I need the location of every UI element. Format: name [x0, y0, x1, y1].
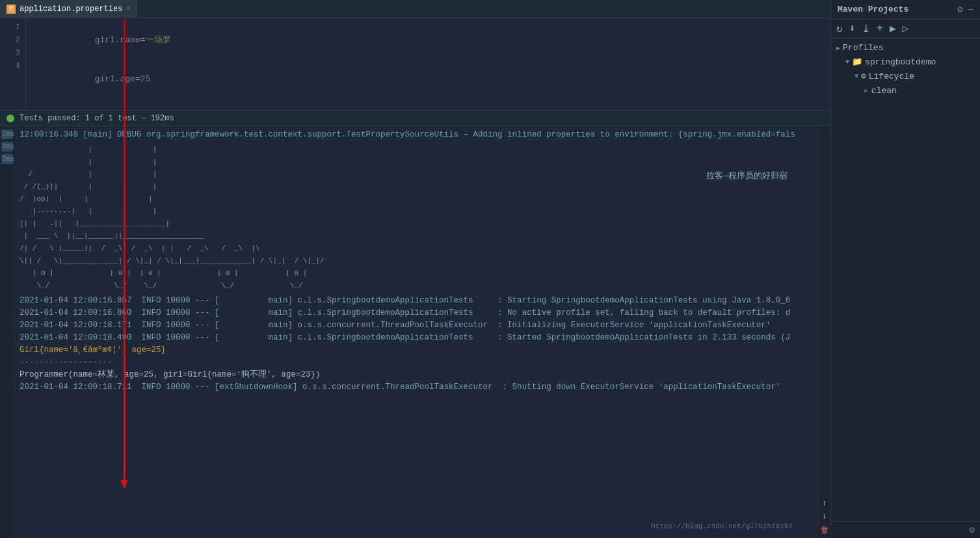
run-indicator-3[interactable]: 2ms — [1, 154, 13, 164]
sidebar-header-icons: ⚙ − — [957, 4, 973, 15]
project-folder-icon: 📁 — [852, 57, 862, 67]
ascii-art-slogan: 拉客—程序员的好归宿 — [693, 144, 814, 182]
sidebar-toolbar: ↻ ⬇ ⤓ + ▶ ▷ — [831, 20, 980, 38]
lifecycle-icon: ⚙ — [861, 71, 866, 81]
ascii-line-12: \_/ \_/ \_/ \_/ \_/ — [20, 280, 693, 292]
profiles-label: Profiles — [843, 43, 883, 53]
springbootdemo-expand-icon: ▼ — [845, 59, 849, 66]
clear-console-icon[interactable]: 🗑 — [820, 525, 829, 535]
console-line-info-4: 2021-01-04 12:00:18.490 INFO 10000 --- [… — [20, 332, 814, 344]
properties-file-icon: P — [7, 5, 16, 14]
editor-content: 1 2 3 4 girl.name=一场梦 girl.age=25 — [0, 18, 830, 110]
sidebar-bottom: ⚙ — [831, 521, 980, 538]
sidebar-tree: ▶ Profiles ▼ 📁 springbootdemo ▼ ⚙ Lifecy… — [831, 38, 980, 521]
tab-close-icon[interactable]: × — [126, 5, 130, 12]
ascii-art-container: | | | | / | | / /(_)|| | | / |oo| | | | — [20, 144, 814, 292]
console-line-info-1: 2021-01-04 12:00:16.857 INFO 10000 --- [… — [20, 295, 814, 307]
tab-label: application.properties — [20, 5, 122, 14]
line-number-1: 1 — [0, 21, 20, 34]
ascii-line-7: (| | -|| |____________________| — [20, 218, 693, 230]
main-area: P application.properties × 1 2 3 4 girl.… — [0, 0, 830, 538]
ascii-line-1: | | — [20, 144, 693, 156]
tree-item-profiles[interactable]: ▶ Profiles — [831, 41, 980, 55]
minimize-icon[interactable]: − — [968, 5, 973, 15]
editor-section: P application.properties × 1 2 3 4 girl.… — [0, 0, 830, 111]
springbootdemo-label: springbootdemo — [865, 57, 936, 67]
prop-val-2: 25 — [140, 74, 151, 84]
tree-item-lifecycle[interactable]: ▼ ⚙ Lifecycle — [831, 69, 980, 83]
run2-icon[interactable]: ▷ — [901, 22, 910, 35]
ascii-line-2: | | — [20, 156, 693, 168]
sidebar-bottom-settings-icon[interactable]: ⚙ — [970, 524, 975, 535]
add-icon[interactable]: + — [875, 23, 884, 34]
ascii-line-8: | ___ \ ||__|______||___________________ — [20, 230, 693, 243]
ascii-line-6: |--------| | | — [20, 206, 693, 218]
console-section: 2ms 2ms 2ms 12:00:16.349 [main] DEBUG or… — [0, 126, 830, 538]
test-status-text: Tests passed: 1 of 1 test – 192ms — [20, 114, 174, 123]
download-icon[interactable]: ⬇ — [848, 22, 857, 35]
console-line-0: 12:00:16.349 [main] DEBUG org.springfram… — [20, 129, 814, 141]
settings-icon[interactable]: ⚙ — [957, 4, 962, 15]
line-number-4: 4 — [0, 60, 20, 73]
profiles-collapse-icon: ▶ — [836, 44, 840, 52]
line-number-3: 3 — [0, 47, 20, 60]
ascii-line-11: | 0 | | 0 | | 0 | | 0 | | 0 | — [20, 267, 693, 280]
status-dot — [7, 114, 14, 122]
ascii-line-3: / | | — [20, 168, 693, 181]
console-line-info-2: 2021-01-04 12:00:16.860 INFO 10000 --- [… — [20, 307, 814, 319]
console-line-info-5: 2021-01-04 12:00:18.711 INFO 10000 --- [… — [20, 381, 814, 394]
code-area[interactable]: girl.name=一场梦 girl.age=25 — [26, 18, 830, 110]
tab-bar: P application.properties × — [0, 0, 830, 18]
run-indicator-1[interactable]: 2ms — [1, 129, 13, 139]
sidebar-title: Maven Projects — [838, 5, 908, 14]
ascii-line-5: / |oo| | | | — [20, 193, 693, 206]
scroll-to-top-icon[interactable]: ⬆ — [822, 498, 827, 509]
ascii-art-left: | | | | / | | / /(_)|| | | / |oo| | | | — [20, 144, 693, 292]
console-output[interactable]: 12:00:16.349 [main] DEBUG org.springfram… — [14, 126, 819, 538]
console-left-bar: 2ms 2ms 2ms — [0, 126, 14, 538]
line-numbers: 1 2 3 4 — [0, 18, 26, 110]
clean-label: clean — [871, 86, 897, 96]
lifecycle-label: Lifecycle — [869, 72, 914, 81]
console-line-info-3: 2021-01-04 12:00:18.171 INFO 10000 --- [… — [20, 319, 814, 332]
console-line-divider: ------------------- — [20, 356, 814, 369]
ascii-line-4: / /(_)|| | | — [20, 181, 693, 193]
tree-item-clean[interactable]: ▸ clean — [831, 83, 980, 98]
tree-item-springbootdemo[interactable]: ▼ 📁 springbootdemo — [831, 55, 980, 69]
scroll-to-bottom-icon[interactable]: ⬇ — [822, 511, 827, 522]
clean-icon: ▸ — [864, 85, 869, 96]
code-line-1: girl.name=一场梦 — [34, 21, 830, 60]
test-status-bar: Tests passed: 1 of 1 test – 192ms — [0, 111, 830, 126]
run-indicator-2[interactable]: 2ms — [1, 142, 13, 152]
sidebar-header: Maven Projects ⚙ − — [831, 0, 980, 20]
root: P application.properties × 1 2 3 4 girl.… — [0, 0, 980, 538]
ascii-line-10: \|| / \|_____________| / \|_| / \|_|___|… — [20, 255, 693, 267]
tab-application-properties[interactable]: P application.properties × — [0, 0, 137, 18]
watermark-url: https://blog.csdn.net/gl782519197 — [651, 520, 793, 533]
prop-val-1: 一场梦 — [146, 35, 171, 45]
console-right-bar: ⬆ ⬇ 🗑 — [819, 126, 830, 538]
ascii-line-9: /| / \ |_____|| / _\ / _\ | | / _\ / _\ … — [20, 243, 693, 255]
code-line-2: girl.age=25 — [34, 60, 830, 99]
prop-key-2: girl.age — [95, 74, 135, 84]
console-line-programmer-value: Programmer(name=林某, age=25, girl=Girl{na… — [20, 369, 814, 381]
prop-key-1: girl.name — [95, 35, 140, 45]
download2-icon[interactable]: ⤓ — [860, 22, 871, 35]
line-number-2: 2 — [0, 34, 20, 47]
lifecycle-expand-icon: ▼ — [854, 73, 858, 80]
refresh-icon[interactable]: ↻ — [835, 22, 844, 35]
console-line-girl-value: Girl{name='ä¸€åœºæ¢¦', age=25} — [20, 344, 814, 356]
run-icon[interactable]: ▶ — [888, 22, 897, 35]
right-sidebar: Maven Projects ⚙ − ↻ ⬇ ⤓ + ▶ ▷ ▶ Profile… — [830, 0, 980, 538]
